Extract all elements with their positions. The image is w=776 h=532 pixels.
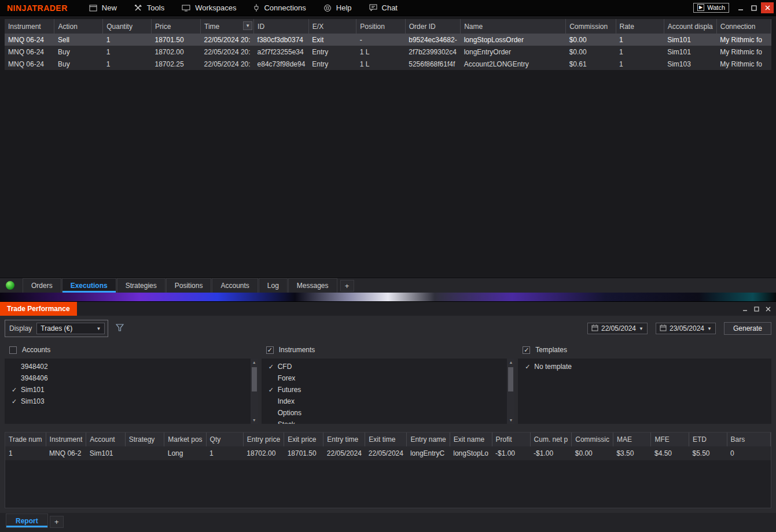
tp-minimize-button[interactable] (739, 302, 751, 316)
column-header[interactable]: Profit (492, 433, 530, 446)
list-item[interactable]: ✓Sim101 (5, 384, 258, 396)
column-header[interactable]: E/X (308, 19, 356, 34)
column-header[interactable]: Strategy (125, 433, 164, 446)
report-add-tab-button[interactable]: + (50, 516, 64, 528)
list-item[interactable]: Stock (262, 419, 515, 424)
instruments-filter-header: Instruments (262, 341, 515, 359)
display-select[interactable]: Trades (€) ▼ (36, 323, 105, 334)
table-row[interactable]: MNQ 06-24Sell118701.5022/05/2024 20:f380… (5, 34, 771, 46)
column-header[interactable]: Account (86, 433, 125, 446)
table-cell: 18702.25 (152, 58, 201, 70)
executions-table: InstrumentActionQuantityPriceTime▼IDE/XP… (5, 19, 771, 70)
tp-close-button[interactable] (762, 302, 774, 316)
maximize-button[interactable] (748, 2, 760, 13)
scroll-down-icon[interactable]: ▼ (251, 416, 258, 424)
column-header[interactable]: Instrument (46, 433, 86, 446)
list-item[interactable]: Forex (262, 372, 515, 384)
check-icon: ✓ (269, 386, 278, 394)
close-button[interactable] (761, 2, 774, 13)
filter-icon[interactable] (116, 323, 124, 334)
accounts-scrollbar[interactable]: ▲ ▼ (251, 359, 258, 424)
tab-strategies[interactable]: Strategies (117, 278, 166, 293)
column-header[interactable]: Commission (566, 19, 616, 34)
column-header[interactable]: Exit name (450, 433, 492, 446)
list-item[interactable]: ✓No template (518, 361, 771, 372)
column-header[interactable]: Entry name (407, 433, 450, 446)
column-header[interactable]: Order ID (405, 19, 460, 34)
column-header[interactable]: Account displa (664, 19, 716, 34)
column-header[interactable]: Quantity (103, 19, 152, 34)
trade-performance-titlebar[interactable]: Trade Performance (0, 302, 776, 316)
column-header[interactable]: Instrument (5, 19, 54, 34)
table-cell: longEntryOrder (461, 46, 566, 58)
column-header[interactable]: Position (356, 19, 406, 34)
table-cell: MNQ 06-24 (5, 46, 54, 58)
tab-positions[interactable]: Positions (166, 278, 212, 293)
tab-messages[interactable]: Messages (288, 278, 337, 293)
scroll-down-icon[interactable]: ▼ (507, 416, 514, 424)
menu-connections[interactable]: Connections (245, 0, 314, 16)
app-logo: NINJATRADER (2, 3, 72, 13)
scrollbar-thumb[interactable] (508, 367, 513, 391)
list-item[interactable]: 3948402 (5, 361, 258, 372)
column-header[interactable]: Entry time (323, 433, 365, 446)
column-header[interactable]: Commissic (572, 433, 613, 446)
column-header[interactable]: Exit time (365, 433, 407, 446)
menu-new[interactable]: New (80, 0, 126, 16)
list-item[interactable]: 3948406 (5, 372, 258, 384)
instruments-checkbox[interactable] (266, 346, 274, 354)
tab-log[interactable]: Log (259, 278, 288, 293)
display-label: Display (8, 324, 32, 332)
table-cell: -$1.00 (530, 446, 572, 460)
column-header[interactable]: Action (54, 19, 103, 34)
watch-button[interactable]: ▶ Watch (693, 3, 729, 13)
date-to-picker[interactable]: 23/05/2024 ▼ (656, 323, 716, 334)
date-from-picker[interactable]: 22/05/2024 ▼ (587, 323, 648, 334)
generate-button[interactable]: Generate (724, 322, 771, 335)
table-row[interactable]: 1MNQ 06-2Sim101Long118702.0018701.5022/0… (5, 446, 771, 460)
scroll-up-icon[interactable]: ▲ (507, 359, 514, 366)
time-filter-dropdown-icon[interactable]: ▼ (243, 21, 252, 30)
column-header[interactable]: Exit price (284, 433, 323, 446)
list-item[interactable]: Options (262, 407, 515, 419)
table-row[interactable]: MNQ 06-24Buy118702.2522/05/2024 20:e84c7… (5, 58, 771, 70)
add-tab-button[interactable]: + (340, 280, 354, 291)
column-header[interactable]: Bars (727, 433, 770, 446)
list-item[interactable]: ✓Futures (262, 384, 515, 396)
tab-accounts[interactable]: Accounts (212, 278, 258, 293)
column-header[interactable]: Cum. net p (530, 433, 572, 446)
menu-help[interactable]: Help (315, 0, 361, 16)
list-item[interactable]: ✓CFD (262, 361, 515, 372)
menu-chat[interactable]: Chat (361, 0, 406, 16)
column-header[interactable]: MAE (613, 433, 651, 446)
instruments-scrollbar[interactable]: ▲ ▼ (507, 359, 514, 424)
column-header[interactable]: ETD (689, 433, 727, 446)
table-row[interactable]: MNQ 06-24Buy118702.0022/05/2024 20:a2f7f… (5, 46, 771, 58)
column-header[interactable]: Entry price (243, 433, 284, 446)
column-header[interactable]: Time▼ (201, 19, 254, 34)
tab-executions[interactable]: Executions (62, 278, 116, 293)
column-header[interactable]: Connection (716, 19, 771, 34)
menu-tools[interactable]: Tools (126, 0, 173, 16)
column-header[interactable]: Name (461, 19, 566, 34)
list-item[interactable]: ✓Sim103 (5, 396, 258, 407)
scroll-up-icon[interactable]: ▲ (251, 359, 258, 366)
column-header[interactable]: Qty (206, 433, 243, 446)
column-header[interactable]: Rate (616, 19, 664, 34)
column-header[interactable]: Trade num (5, 433, 46, 446)
column-header[interactable]: MFE (651, 433, 689, 446)
table-cell: 1 (616, 46, 664, 58)
tab-report[interactable]: Report (6, 513, 48, 528)
tp-maximize-button[interactable] (751, 302, 762, 316)
accounts-checkbox[interactable] (9, 346, 17, 354)
scrollbar-thumb[interactable] (252, 367, 257, 391)
tab-orders[interactable]: Orders (23, 278, 61, 293)
templates-checkbox[interactable] (523, 346, 530, 354)
column-header[interactable]: Price (152, 19, 201, 34)
minimize-button[interactable] (734, 2, 747, 13)
column-header[interactable]: Market pos (164, 433, 206, 446)
column-header[interactable]: ID (254, 19, 309, 34)
list-item[interactable]: Index (262, 396, 515, 407)
chevron-down-icon: ▼ (707, 326, 712, 331)
menu-workspaces[interactable]: Workspaces (173, 0, 245, 16)
